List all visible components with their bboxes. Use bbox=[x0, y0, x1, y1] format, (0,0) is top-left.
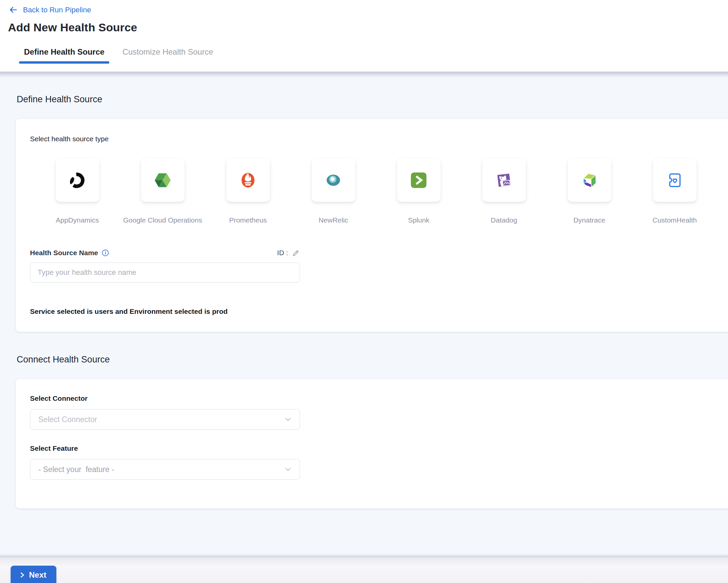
next-button[interactable]: Next bbox=[11, 566, 56, 583]
source-type-label-newrelic: NewRelic bbox=[319, 216, 348, 225]
define-health-source-card: Select health source type AppDynamics Go… bbox=[16, 119, 728, 332]
id-label: ID : bbox=[277, 249, 288, 257]
source-type-option: Splunk bbox=[376, 158, 461, 225]
dynatrace-icon bbox=[579, 170, 600, 191]
source-type-tile-datadog[interactable] bbox=[482, 158, 526, 202]
source-type-option: Dynatrace bbox=[547, 158, 632, 225]
customhealth-icon bbox=[664, 170, 685, 191]
source-type-option: Datadog bbox=[461, 158, 547, 225]
source-type-option: AppDynamics bbox=[35, 158, 120, 225]
active-tab-underline bbox=[19, 61, 109, 64]
source-type-tile-splunk[interactable] bbox=[397, 158, 441, 202]
select-type-label: Select health source type bbox=[30, 135, 728, 143]
chevron-right-icon bbox=[19, 572, 25, 578]
back-link[interactable]: Back to Run Pipeline bbox=[9, 5, 91, 14]
info-icon[interactable] bbox=[102, 249, 109, 256]
id-group: ID : bbox=[277, 249, 300, 257]
main-content: Define Health Source Select health sourc… bbox=[0, 72, 728, 557]
chevron-down-icon bbox=[284, 466, 292, 473]
source-type-tile-customhealth[interactable] bbox=[653, 158, 697, 202]
source-type-option: Google Cloud Operations bbox=[120, 158, 205, 225]
feature-select-placeholder: - Select your feature - bbox=[38, 465, 114, 474]
source-type-tile-google-cloud-operations[interactable] bbox=[141, 158, 185, 202]
service-environment-note: Service selected is users and Environmen… bbox=[30, 307, 728, 316]
chevron-down-icon bbox=[284, 416, 292, 423]
select-feature-label: Select Feature bbox=[30, 444, 728, 452]
source-type-tile-newrelic[interactable] bbox=[312, 158, 355, 202]
connector-select[interactable]: Select Connector bbox=[30, 409, 300, 430]
source-type-label-splunk: Splunk bbox=[408, 216, 429, 225]
source-type-tile-prometheus[interactable] bbox=[226, 158, 270, 202]
source-type-option: CustomHealth bbox=[632, 158, 717, 225]
connect-section-heading: Connect Health Source bbox=[0, 332, 728, 365]
name-row: Health Source Name ID : bbox=[30, 249, 300, 257]
feature-select[interactable]: - Select your feature - bbox=[30, 459, 300, 480]
source-type-label-google-cloud-operations: Google Cloud Operations bbox=[123, 216, 202, 225]
footer-bar: Next bbox=[0, 557, 728, 583]
next-button-label: Next bbox=[29, 570, 46, 580]
source-type-label-datadog: Datadog bbox=[491, 216, 517, 225]
back-arrow-icon bbox=[9, 5, 18, 14]
tab-define-label: Define Health Source bbox=[24, 47, 104, 56]
define-section-heading: Define Health Source bbox=[0, 72, 728, 105]
source-type-label-appdynamics: AppDynamics bbox=[56, 216, 99, 225]
connect-health-source-card: Select Connector Select Connector Select… bbox=[16, 379, 728, 508]
splunk-icon bbox=[408, 170, 429, 191]
health-source-name-input[interactable] bbox=[30, 262, 300, 282]
source-type-option: NewRelic bbox=[291, 158, 376, 225]
source-type-option: Prometheus bbox=[205, 158, 291, 225]
source-type-tile-dynatrace[interactable] bbox=[568, 158, 611, 202]
datadog-icon bbox=[493, 170, 515, 191]
source-type-label-prometheus: Prometheus bbox=[229, 216, 267, 225]
page-title: Add New Health Source bbox=[8, 21, 728, 34]
source-type-label-customhealth: CustomHealth bbox=[652, 216, 697, 225]
tab-customize-label: Customize Health Source bbox=[122, 47, 213, 56]
prometheus-icon bbox=[237, 170, 259, 191]
back-link-label: Back to Run Pipeline bbox=[23, 6, 91, 14]
source-type-list: AppDynamics Google Cloud Operations Prom… bbox=[35, 158, 728, 225]
source-type-tile-appdynamics[interactable] bbox=[56, 158, 99, 202]
newrelic-icon bbox=[323, 170, 344, 191]
tab-define-health-source[interactable]: Define Health Source bbox=[24, 47, 104, 65]
edit-id-pencil-icon[interactable] bbox=[292, 249, 300, 257]
tab-bar: Define Health Source Customize Health So… bbox=[9, 34, 728, 65]
health-source-name-text: Health Source Name bbox=[30, 249, 98, 257]
google-cloud-operations-icon bbox=[152, 170, 173, 191]
page-header: Back to Run Pipeline Add New Health Sour… bbox=[0, 0, 728, 72]
tab-customize-health-source[interactable]: Customize Health Source bbox=[122, 47, 213, 65]
source-type-label-dynatrace: Dynatrace bbox=[573, 216, 605, 225]
connector-select-placeholder: Select Connector bbox=[38, 415, 97, 424]
health-source-name-label: Health Source Name bbox=[30, 249, 109, 257]
appdynamics-icon bbox=[67, 170, 88, 191]
select-connector-label: Select Connector bbox=[30, 394, 728, 402]
